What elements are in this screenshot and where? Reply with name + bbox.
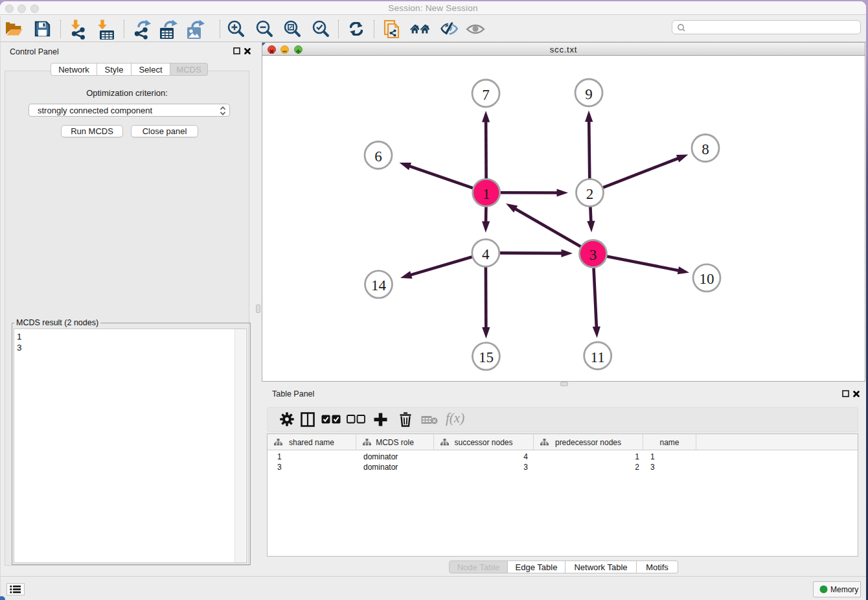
svg-text:15: 15: [479, 349, 494, 365]
svg-text:9: 9: [585, 86, 593, 102]
svg-text:6: 6: [374, 148, 382, 165]
svg-text:14: 14: [371, 277, 387, 294]
svg-text:11: 11: [591, 349, 605, 365]
svg-text:2: 2: [586, 186, 594, 202]
svg-text:3: 3: [589, 247, 597, 263]
svg-text:8: 8: [702, 141, 709, 157]
svg-text:10: 10: [700, 271, 714, 287]
svg-text:4: 4: [482, 246, 490, 262]
svg-text:7: 7: [482, 87, 490, 103]
svg-text:1: 1: [483, 186, 490, 202]
